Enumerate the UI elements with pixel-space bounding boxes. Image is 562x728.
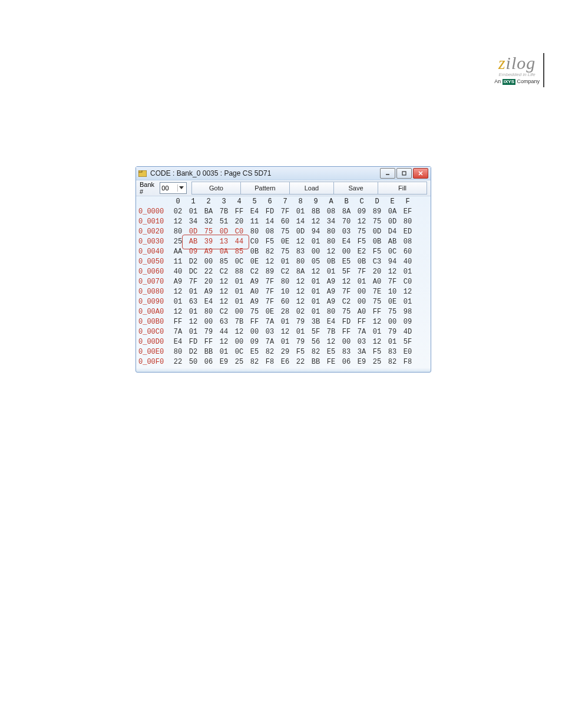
hex-cell[interactable]: 01 — [308, 287, 323, 297]
pattern-button[interactable]: Pattern — [241, 182, 290, 195]
hex-cell[interactable]: E5 — [339, 257, 354, 267]
hex-cell[interactable]: 7E — [369, 287, 385, 297]
goto-button[interactable]: Goto — [191, 182, 241, 195]
hex-cell[interactable]: F5 — [293, 347, 308, 357]
hex-row[interactable]: 0_0040AA09A90A850B827583001200E2F50C60 — [138, 247, 428, 257]
hex-cell[interactable]: 40 — [400, 257, 415, 267]
hex-cell[interactable]: 82 — [262, 347, 277, 357]
hex-cell[interactable]: 06 — [339, 357, 354, 367]
hex-cell[interactable]: 12 — [293, 287, 308, 297]
hex-cell[interactable]: 01 — [186, 307, 201, 317]
hex-cell[interactable]: E2 — [354, 247, 369, 257]
hex-cell[interactable]: FD — [186, 337, 201, 347]
hex-cell[interactable]: 82 — [308, 347, 323, 357]
hex-cell[interactable]: E4 — [339, 237, 354, 247]
hex-cell[interactable]: 80 — [201, 307, 216, 317]
hex-cell[interactable]: 12 — [293, 237, 308, 247]
hex-cell[interactable]: FF — [339, 327, 354, 337]
hex-cell[interactable]: ED — [400, 227, 415, 237]
hex-cell[interactable]: 12 — [293, 277, 308, 287]
hex-cell[interactable]: 7F — [277, 207, 293, 217]
hex-cell[interactable]: C2 — [277, 267, 293, 277]
hex-cell[interactable]: 0A — [385, 207, 400, 217]
hex-cell[interactable]: 20 — [369, 267, 385, 277]
hex-cell[interactable]: 80 — [323, 227, 339, 237]
hex-cell[interactable]: 5F — [339, 267, 354, 277]
hex-cell[interactable]: AA — [170, 247, 186, 257]
hex-cell[interactable]: AB — [186, 237, 201, 247]
hex-cell[interactable]: 0C — [385, 247, 400, 257]
hex-cell[interactable]: 0E — [277, 237, 293, 247]
hex-cell[interactable]: 7B — [323, 327, 339, 337]
hex-cell[interactable]: 80 — [170, 347, 186, 357]
hex-cell[interactable]: C2 — [216, 267, 232, 277]
hex-cell[interactable]: 83 — [339, 347, 354, 357]
hex-cell[interactable]: F8 — [262, 357, 277, 367]
hex-cell[interactable]: 79 — [201, 327, 216, 337]
hex-cell[interactable]: 75 — [247, 307, 262, 317]
hex-cell[interactable]: C0 — [400, 277, 415, 287]
bank-select[interactable]: 00 — [160, 182, 187, 194]
hex-cell[interactable]: 75 — [369, 297, 385, 307]
hex-cell[interactable]: A9 — [201, 247, 216, 257]
hex-cell[interactable]: DC — [186, 267, 201, 277]
hex-cell[interactable]: 12 — [170, 217, 186, 227]
hex-cell[interactable]: 12 — [323, 247, 339, 257]
hex-cell[interactable]: A9 — [323, 277, 339, 287]
hex-cell[interactable]: 7A — [170, 327, 186, 337]
hex-dump[interactable]: 0_00000201BA7BFFE4FD7F018B088A09890AEF0_… — [136, 207, 431, 372]
hex-cell[interactable]: 75 — [339, 307, 354, 317]
hex-cell[interactable]: 94 — [308, 227, 323, 237]
hex-cell[interactable]: 7F — [186, 277, 201, 287]
hex-cell[interactable]: 82 — [385, 357, 400, 367]
hex-cell[interactable]: A9 — [201, 287, 216, 297]
hex-cell[interactable]: 00 — [354, 287, 369, 297]
hex-cell[interactable]: 83 — [293, 247, 308, 257]
hex-cell[interactable]: 79 — [293, 337, 308, 347]
hex-cell[interactable]: 09 — [186, 247, 201, 257]
hex-cell[interactable]: 0D — [186, 227, 201, 237]
hex-cell[interactable]: 80 — [277, 277, 293, 287]
hex-cell[interactable]: A0 — [247, 287, 262, 297]
load-button[interactable]: Load — [290, 182, 334, 195]
hex-cell[interactable]: C2 — [216, 307, 232, 317]
titlebar[interactable]: CODE : Bank_0 0035 : Page CS 5D71 — [136, 167, 431, 180]
hex-cell[interactable]: 01 — [308, 277, 323, 287]
hex-cell[interactable]: A0 — [354, 307, 369, 317]
hex-cell[interactable]: FD — [262, 207, 277, 217]
hex-cell[interactable]: 63 — [216, 317, 232, 327]
hex-row[interactable]: 0_003025AB391344C0F50E120180E4F50BAB08 — [138, 237, 428, 247]
hex-cell[interactable]: E5 — [323, 347, 339, 357]
hex-cell[interactable]: 44 — [216, 327, 232, 337]
hex-cell[interactable]: 00 — [247, 327, 262, 337]
hex-cell[interactable]: 80 — [293, 257, 308, 267]
hex-cell[interactable]: 7A — [354, 327, 369, 337]
hex-cell[interactable]: 01 — [354, 277, 369, 287]
hex-cell[interactable]: C0 — [232, 227, 247, 237]
hex-cell[interactable]: 70 — [339, 217, 354, 227]
hex-cell[interactable]: 12 — [369, 337, 385, 347]
hex-cell[interactable]: 12 — [262, 257, 277, 267]
hex-cell[interactable]: 01 — [293, 327, 308, 337]
hex-cell[interactable]: FF — [354, 317, 369, 327]
hex-cell[interactable]: 0D — [385, 217, 400, 227]
hex-row[interactable]: 0_00E080D2BB010CE58229F582E5833AF583E0 — [138, 347, 428, 357]
hex-cell[interactable]: 94 — [385, 257, 400, 267]
hex-row[interactable]: 0_00A0120180C200750E2802018075A0FF7598 — [138, 307, 428, 317]
hex-row[interactable]: 0_00C07A01794412000312015F7BFF7A01794D — [138, 327, 428, 337]
hex-cell[interactable]: 8B — [308, 207, 323, 217]
hex-cell[interactable]: 7A — [262, 337, 277, 347]
hex-cell[interactable]: 29 — [277, 347, 293, 357]
hex-cell[interactable]: 7B — [232, 317, 247, 327]
hex-cell[interactable]: 75 — [277, 247, 293, 257]
hex-cell[interactable]: 7F — [354, 267, 369, 277]
hex-cell[interactable]: 75 — [201, 227, 216, 237]
hex-cell[interactable]: 02 — [170, 207, 186, 217]
hex-cell[interactable]: 12 — [400, 287, 415, 297]
hex-cell[interactable]: 44 — [232, 237, 247, 247]
hex-cell[interactable]: FF — [232, 207, 247, 217]
hex-cell[interactable]: E9 — [354, 357, 369, 367]
hex-cell[interactable]: FD — [339, 317, 354, 327]
hex-cell[interactable]: 40 — [170, 267, 186, 277]
hex-cell[interactable]: D2 — [186, 257, 201, 267]
